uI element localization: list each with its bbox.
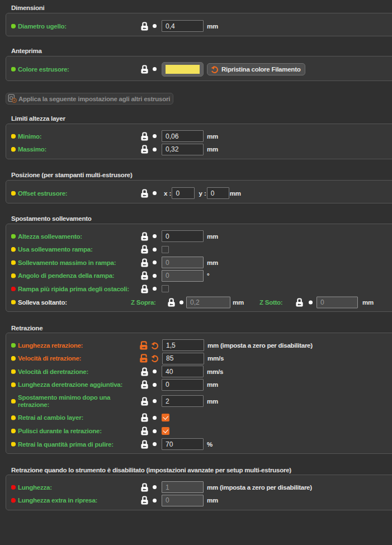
lock-closed-icon[interactable] — [141, 426, 149, 435]
value-state-dot-yellow — [11, 369, 16, 375]
bullet-icon — [177, 300, 186, 304]
lock-closed-icon[interactable] — [141, 189, 149, 198]
value-input[interactable] — [162, 481, 204, 493]
lock-open-icon[interactable] — [140, 341, 149, 350]
lock-closed-icon[interactable] — [141, 496, 149, 505]
lock-closed-icon[interactable] — [141, 245, 149, 254]
lock-closed-icon[interactable] — [141, 380, 149, 389]
setting-checkbox[interactable] — [162, 246, 169, 253]
lock-closed-icon[interactable] — [141, 397, 149, 406]
setting-label: Altezza sollevamento: — [18, 233, 82, 240]
value-input[interactable] — [162, 379, 204, 391]
setting-row: Offset estrusore: x : y : mm — [6, 187, 392, 200]
section-box: Offset estrusore: x : y : mm — [6, 180, 392, 203]
bullet-icon — [150, 499, 159, 503]
value-input[interactable] — [162, 339, 204, 351]
lock-closed-icon[interactable] — [141, 65, 149, 74]
value-state-dot-yellow — [11, 429, 16, 434]
setting-label: Angolo di pendenza della rampa: — [18, 272, 114, 279]
value-state-dot-red — [11, 498, 16, 503]
setting-row: Colore estrusore: Ripristina colore Fila… — [6, 63, 392, 76]
setting-row: Solleva soltanto: Z Sopra: mm Z Sotto: m… — [6, 296, 392, 309]
settings-section: Anteprima Colore estrusore: Ripristina c… — [0, 47, 392, 81]
bullet-icon — [150, 399, 159, 403]
lock-closed-icon[interactable] — [296, 298, 303, 307]
unit-label: ° — [207, 272, 209, 279]
offset-y-input[interactable] — [207, 187, 229, 199]
value-state-dot-green — [11, 234, 16, 239]
settings-section: Limiti altezza layer Minimo: mm Massimo:… — [0, 115, 392, 159]
value-input[interactable] — [162, 20, 204, 32]
lock-closed-icon[interactable] — [141, 232, 149, 241]
section-title: Spostamento sollevamento — [11, 215, 392, 223]
undo-icon[interactable] — [150, 341, 159, 350]
reset-filament-color-button[interactable]: Ripristina colore Filamento — [207, 63, 305, 75]
value-state-dot-yellow — [11, 415, 16, 420]
value-input[interactable] — [162, 257, 204, 268]
lock-open-icon[interactable] — [140, 354, 149, 363]
lock-closed-icon[interactable] — [141, 271, 149, 280]
setting-row: Lunghezza retrazione: mm (imposta a zero… — [6, 339, 392, 352]
settings-section: Dimensioni Diametro ugello: mm — [0, 4, 392, 36]
value-state-dot-yellow — [11, 260, 16, 266]
value-state-dot-yellow — [11, 300, 16, 305]
lock-closed-icon[interactable] — [141, 145, 149, 154]
setting-label: Offset estrusore: — [18, 190, 67, 197]
section-title: Posizione (per stampanti multi-estrusore… — [11, 171, 392, 179]
section-title: Retrazione quando lo strumento è disabil… — [11, 466, 392, 475]
z-above-input[interactable] — [186, 296, 230, 308]
z-below-input[interactable] — [317, 296, 358, 308]
setting-checkbox[interactable] — [162, 427, 169, 435]
setting-row: Spostamento minimo dopo una retrazione: … — [6, 391, 392, 411]
extruder-color-swatch[interactable] — [162, 62, 204, 77]
lock-closed-icon[interactable] — [141, 132, 149, 141]
value-input[interactable] — [162, 230, 204, 242]
value-state-dot-red — [11, 287, 16, 292]
value-input[interactable] — [162, 270, 204, 282]
section-box: Diametro ugello: mm — [6, 13, 392, 36]
section-title: Dimensioni — [11, 4, 392, 12]
setting-label: Velocità di deretrazione: — [18, 368, 88, 375]
unit-label: mm — [207, 23, 218, 30]
lock-closed-icon[interactable] — [168, 298, 175, 307]
bullet-icon — [306, 300, 315, 304]
setting-row: Massimo: mm — [6, 143, 392, 157]
lock-closed-icon[interactable] — [141, 367, 149, 376]
unit-label: mm — [207, 133, 218, 140]
settings-section: Posizione (per stampanti multi-estrusore… — [0, 171, 392, 203]
lock-closed-icon[interactable] — [141, 258, 149, 267]
unit-label: mm — [207, 497, 218, 504]
value-state-dot-red — [11, 485, 16, 490]
lock-closed-icon[interactable] — [141, 285, 149, 293]
value-input[interactable] — [162, 366, 204, 377]
lock-closed-icon[interactable] — [141, 440, 149, 449]
apply-to-other-extruders-button[interactable]: Applica la seguente impostazione agli al… — [6, 93, 173, 105]
bullet-icon — [150, 442, 159, 446]
value-state-dot-green — [11, 343, 16, 348]
bullet-icon — [150, 429, 159, 433]
lock-closed-icon[interactable] — [141, 22, 149, 31]
setting-row: Retrai al cambio layer: — [6, 411, 392, 425]
value-input[interactable] — [162, 438, 204, 450]
setting-row: Lunghezza deretrazione aggiuntiva: mm — [6, 378, 392, 392]
setting-row: Altezza sollevamento: mm — [6, 230, 392, 243]
value-input[interactable] — [162, 353, 204, 364]
value-input[interactable] — [162, 495, 204, 506]
setting-label: Velocità di retrazione: — [18, 355, 81, 362]
setting-checkbox[interactable] — [162, 285, 169, 292]
section-box: Minimo: mm Massimo: mm — [6, 124, 392, 159]
bullet-icon — [150, 191, 159, 195]
unit-label: mm (imposta a zero per disabilitare) — [207, 484, 312, 491]
setting-row: Sollevamento massimo in rampa: mm — [6, 256, 392, 269]
setting-row: Pulisci durante la retrazione: — [6, 424, 392, 438]
undo-icon[interactable] — [150, 354, 159, 363]
offset-x-input[interactable] — [172, 187, 195, 199]
value-input[interactable] — [162, 130, 204, 142]
lock-closed-icon[interactable] — [141, 413, 149, 422]
lock-closed-icon[interactable] — [141, 483, 149, 492]
setting-checkbox[interactable] — [162, 414, 169, 421]
value-input[interactable] — [162, 144, 204, 155]
value-input[interactable] — [162, 395, 204, 407]
setting-row: Lunghezza: mm (imposta a zero per disabi… — [6, 481, 392, 494]
copy-settings-gear-icon — [8, 94, 17, 103]
